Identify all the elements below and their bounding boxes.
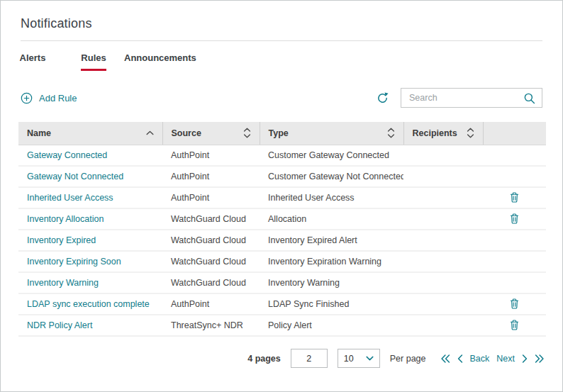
pagination-bar: 4 pages 10 Per page — [1, 349, 545, 368]
rule-name-link[interactable]: NDR Policy Alert — [27, 320, 92, 330]
table-row: Inventory Expired WatchGuard Cloud Inven… — [18, 230, 546, 251]
chevron-right-icon — [522, 354, 528, 363]
rule-type: Customer Gateway Not Connected — [260, 166, 403, 187]
rule-source: AuthPoint — [162, 145, 260, 166]
last-page-button[interactable] — [535, 354, 545, 363]
rule-name-link[interactable]: Inventory Warning — [27, 278, 99, 288]
rule-actions-cell — [483, 251, 546, 272]
delete-rule-button[interactable] — [506, 211, 523, 226]
chevron-down-icon — [366, 356, 374, 361]
rule-type: LDAP Sync Finished — [260, 293, 403, 315]
rule-recipients — [403, 293, 483, 315]
first-page-button[interactable] — [440, 354, 450, 363]
add-rule-label: Add Rule — [39, 93, 77, 103]
sort-both-icon — [387, 128, 395, 138]
rule-name-cell: Gateway Connected — [18, 145, 162, 166]
notifications-page: Notifications Alerts Rules Announcements… — [0, 0, 563, 392]
delete-rule-button[interactable] — [506, 296, 523, 311]
rule-actions-cell — [483, 272, 546, 293]
rule-type: Policy Alert — [260, 315, 403, 336]
rule-actions-cell — [483, 187, 546, 208]
next-label: Next — [496, 354, 515, 364]
rule-name-link[interactable]: Inherited User Access — [27, 193, 113, 203]
per-page-value: 10 — [344, 354, 354, 364]
trash-icon — [509, 298, 520, 310]
trash-icon — [509, 213, 520, 225]
rule-actions-cell — [483, 230, 546, 251]
rule-source: AuthPoint — [162, 293, 260, 315]
plus-circle-icon — [21, 92, 33, 104]
next-button[interactable]: Next — [496, 354, 515, 364]
trash-icon — [509, 191, 520, 203]
rule-type: Allocation — [260, 208, 403, 230]
search-box — [401, 88, 542, 108]
rule-source: WatchGuard Cloud — [162, 251, 260, 272]
table-row: Inherited User Access AuthPoint Inherite… — [18, 187, 546, 208]
rule-actions-cell — [483, 166, 546, 187]
tab-label: Rules — [81, 52, 106, 71]
rule-source: AuthPoint — [162, 166, 260, 187]
sort-both-icon — [243, 128, 251, 138]
rule-name-cell: Inventory Allocation — [18, 208, 162, 230]
rule-type: Inherited User Access — [260, 187, 403, 208]
sort-both-icon — [467, 128, 474, 138]
column-label: Source — [172, 128, 201, 138]
rule-type: Inventory Warning — [260, 272, 403, 293]
page-count-label: 4 pages — [247, 354, 281, 364]
rule-name-cell: NDR Policy Alert — [18, 315, 162, 336]
table-header: Name Source — [18, 122, 546, 145]
double-chevron-left-icon — [440, 354, 450, 363]
rule-name-link[interactable]: Gateway Connected — [27, 150, 107, 160]
tab-label: Announcements — [124, 52, 196, 71]
rule-source: WatchGuard Cloud — [162, 208, 260, 230]
previous-page-button[interactable] — [457, 354, 463, 363]
toolbar: Add Rule — [21, 88, 542, 108]
delete-rule-button[interactable] — [506, 190, 523, 205]
page-number-input[interactable] — [291, 349, 328, 368]
back-button[interactable]: Back — [470, 354, 490, 364]
column-header-type[interactable]: Type — [260, 122, 403, 145]
table-row: Gateway Connected AuthPoint Customer Gat… — [18, 145, 546, 166]
per-page-label: Per page — [390, 354, 426, 364]
column-header-name[interactable]: Name — [18, 122, 162, 145]
rule-recipients — [403, 187, 483, 208]
column-label: Name — [27, 128, 51, 138]
rule-source: WatchGuard Cloud — [162, 272, 260, 293]
rule-name-link[interactable]: Inventory Allocation — [27, 214, 104, 224]
tab-alerts[interactable]: Alerts — [2, 52, 63, 71]
column-header-source[interactable]: Source — [162, 122, 260, 145]
rule-actions-cell — [483, 315, 546, 336]
table-row: Inventory Allocation WatchGuard Cloud Al… — [18, 208, 546, 230]
add-rule-button[interactable]: Add Rule — [21, 92, 77, 104]
rule-type: Inventory Expiration Warning — [260, 251, 403, 272]
rules-table: Name Source — [18, 122, 546, 337]
column-header-recipients[interactable]: Recipients — [403, 122, 483, 145]
double-chevron-right-icon — [535, 354, 545, 363]
tab-announcements[interactable]: Announcements — [124, 52, 196, 71]
rule-actions-cell — [483, 293, 546, 315]
search-icon[interactable] — [523, 92, 535, 104]
rule-name-link[interactable]: LDAP sync execution complete — [27, 299, 150, 309]
sort-ascending-icon — [146, 130, 154, 135]
rule-type: Customer Gateway Connected — [260, 145, 403, 166]
rule-name-link[interactable]: Inventory Expired — [27, 235, 96, 245]
rule-actions-cell — [483, 145, 546, 166]
rule-name-link[interactable]: Gateway Not Connected — [27, 172, 123, 181]
refresh-button[interactable] — [376, 91, 389, 105]
tab-label: Alerts — [20, 52, 46, 71]
refresh-icon — [376, 91, 389, 105]
rule-name-link[interactable]: Inventory Expiring Soon — [27, 257, 121, 267]
per-page-select[interactable]: 10 — [338, 349, 380, 368]
table-row: Gateway Not Connected AuthPoint Customer… — [18, 166, 546, 187]
rule-source: ThreatSync+ NDR — [162, 315, 260, 336]
column-label: Recipients — [413, 128, 457, 138]
next-page-button[interactable] — [522, 354, 528, 363]
tab-rules[interactable]: Rules — [63, 52, 124, 71]
title-divider — [21, 40, 542, 41]
rule-recipients — [403, 230, 483, 251]
rule-source: WatchGuard Cloud — [162, 230, 260, 251]
rule-name-cell: Gateway Not Connected — [18, 166, 162, 187]
rule-recipients — [403, 315, 483, 336]
delete-rule-button[interactable] — [506, 318, 523, 332]
search-input[interactable] — [408, 92, 519, 103]
